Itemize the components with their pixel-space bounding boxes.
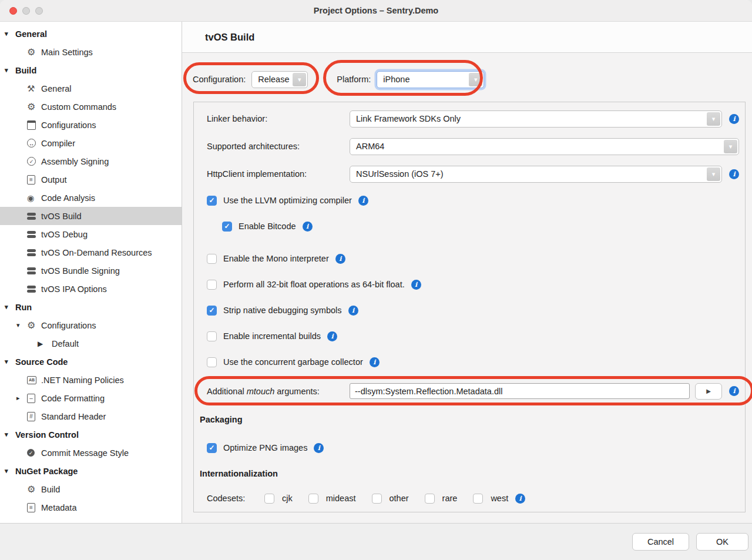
disclosure-triangle[interactable] <box>5 30 15 38</box>
info-icon[interactable]: i <box>303 222 313 232</box>
checkbox[interactable] <box>207 331 217 341</box>
additional-mtouch-arguments-row: Additional mtouch arguments: ▶ i <box>207 383 739 400</box>
chevron-down-icon[interactable]: ▾ <box>469 73 482 86</box>
dropdown-fields: Linker behavior: Link Framework SDKs Onl… <box>207 110 739 183</box>
disclosure-triangle[interactable] <box>5 66 15 74</box>
title-bar: Project Options – Sentry.Demo <box>0 0 752 22</box>
minimize-button[interactable] <box>22 7 30 15</box>
dialog-footer: Cancel OK <box>0 523 752 560</box>
disclosure-triangle[interactable] <box>5 431 15 438</box>
checkbox[interactable] <box>207 254 217 264</box>
chevron-down-icon[interactable]: ▾ <box>724 140 737 153</box>
sidebar-item-code-analysis[interactable]: Code Analysis <box>0 189 182 207</box>
checkbox[interactable] <box>207 306 217 316</box>
disclosure-triangle[interactable] <box>16 394 27 402</box>
info-icon[interactable]: i <box>515 494 525 504</box>
mtouch-arguments-input[interactable] <box>350 383 690 399</box>
sidebar-item-output[interactable]: Output <box>0 170 182 189</box>
sidebar-item-code-formatting[interactable]: Code Formatting <box>0 389 182 407</box>
disclosure-triangle[interactable] <box>5 303 15 311</box>
sidebar-item-commit-message-style[interactable]: Commit Message Style <box>0 444 182 462</box>
info-icon[interactable]: i <box>729 386 739 396</box>
sidebar-item-metadata[interactable]: Metadata <box>0 498 182 517</box>
sidebar-item-compiler[interactable]: Compiler <box>0 134 182 152</box>
field-label: Linker behavior: <box>207 114 350 123</box>
chevron-down-icon[interactable]: ▾ <box>293 73 306 86</box>
info-icon[interactable]: i <box>314 443 324 453</box>
codeset-label: other <box>390 494 409 503</box>
main-panel: tvOS Build Configuration: Release ▾ Plat… <box>182 22 752 523</box>
configuration-dropdown[interactable]: Release ▾ <box>251 71 308 88</box>
sidebar-item-tvos-build[interactable]: tvOS Build <box>0 207 182 225</box>
page-title: tvOS Build <box>205 32 254 43</box>
sidebar-item-label: Version Control <box>15 430 79 440</box>
sidebar-item-tvos-on-demand-resources[interactable]: tvOS On-Demand Resources <box>0 243 182 261</box>
codeset-checkbox[interactable] <box>473 494 483 504</box>
optimize-png-label: Optimize PNG images <box>223 443 307 452</box>
sidebar-item-general[interactable]: General <box>0 79 182 98</box>
disclosure-triangle[interactable] <box>5 358 15 365</box>
field-dropdown[interactable]: Link Framework SDKs Only ▾ <box>350 110 722 128</box>
codesets-row: Codesets: cjk midea <box>207 492 739 504</box>
chevron-down-icon[interactable]: ▾ <box>707 167 720 181</box>
sidebar-item-run[interactable]: Run <box>0 298 182 316</box>
info-icon[interactable]: i <box>370 357 380 367</box>
checkbox-row-enable-incremental-builds: Enable incremental builds i <box>207 328 739 344</box>
disclosure-triangle[interactable] <box>16 321 27 329</box>
sidebar-item-label: Compiler <box>41 139 75 148</box>
codeset-checkbox[interactable] <box>372 494 382 504</box>
sidebar-item-build[interactable]: Build <box>0 61 182 79</box>
field-value: ARM64 <box>350 142 723 151</box>
checkbox[interactable] <box>207 196 217 206</box>
info-icon[interactable]: i <box>729 169 739 179</box>
run-arguments-button[interactable]: ▶ <box>695 383 722 400</box>
info-icon[interactable]: i <box>335 254 345 264</box>
cancel-button[interactable]: Cancel <box>632 533 689 551</box>
sidebar-item-default[interactable]: Default <box>0 334 182 353</box>
field-dropdown[interactable]: NSUrlSession (iOS 7+) ▾ <box>350 166 722 183</box>
sidebar-item-label: NuGet Package <box>15 467 78 476</box>
sidebar-item-net-naming-policies[interactable]: .NET Naming Policies <box>0 371 182 389</box>
info-icon[interactable]: i <box>348 306 358 316</box>
codeset-checkbox[interactable] <box>425 494 435 504</box>
sidebar-item-general[interactable]: General <box>0 25 182 43</box>
sidebar-item-tvos-debug[interactable]: tvOS Debug <box>0 225 182 243</box>
disclosure-triangle[interactable] <box>5 467 15 475</box>
mtouch-arguments-label: Additional mtouch arguments: <box>207 387 350 396</box>
sidebar-item-label: Build <box>41 485 60 494</box>
checkbox[interactable] <box>207 280 217 290</box>
optimize-png-checkbox[interactable] <box>207 443 217 453</box>
field-label: HttpClient implementation: <box>207 169 350 179</box>
sidebar-item-nuget-package[interactable]: NuGet Package <box>0 462 182 480</box>
zoom-button[interactable] <box>35 7 43 15</box>
codeset-checkbox[interactable] <box>308 494 318 504</box>
sidebar-item-assembly-signing[interactable]: Assembly Signing <box>0 152 182 170</box>
checkbox[interactable] <box>207 357 217 367</box>
sidebar-item-build[interactable]: Build <box>0 480 182 498</box>
sidebar-item-label: Code Formatting <box>41 394 105 403</box>
sidebar-item-source-code[interactable]: Source Code <box>0 353 182 371</box>
sidebar-item-version-control[interactable]: Version Control <box>0 425 182 444</box>
info-icon[interactable]: i <box>411 280 421 290</box>
sidebar-item-configurations[interactable]: Configurations <box>0 116 182 134</box>
close-button[interactable] <box>9 7 17 15</box>
info-icon[interactable]: i <box>358 196 368 206</box>
sidebar-item-main-settings[interactable]: Main Settings <box>0 43 182 61</box>
platform-dropdown[interactable]: iPhone ▾ <box>377 71 484 88</box>
ok-button[interactable]: OK <box>696 533 748 551</box>
sidebar-item-custom-commands[interactable]: Custom Commands <box>0 98 182 116</box>
sidebar-item-standard-header[interactable]: Standard Header <box>0 407 182 425</box>
checkbox[interactable] <box>222 222 232 232</box>
configuration-platform-row: Configuration: Release ▾ Platform: iPhon… <box>186 69 752 89</box>
codeset-label: cjk <box>282 494 293 503</box>
info-icon[interactable]: i <box>729 114 739 124</box>
codeset-west: west <box>473 494 508 504</box>
codeset-checkbox[interactable] <box>264 494 274 504</box>
chevron-down-icon[interactable]: ▾ <box>707 112 720 126</box>
info-icon[interactable]: i <box>327 331 337 341</box>
sidebar-item-configurations[interactable]: Configurations <box>0 316 182 334</box>
field-dropdown[interactable]: ARM64 ▾ <box>350 138 739 155</box>
sidebar-item-tvos-ipa-options[interactable]: tvOS IPA Options <box>0 280 182 298</box>
sidebar-item-label: Standard Header <box>41 412 106 421</box>
sidebar-item-tvos-bundle-signing[interactable]: tvOS Bundle Signing <box>0 261 182 280</box>
